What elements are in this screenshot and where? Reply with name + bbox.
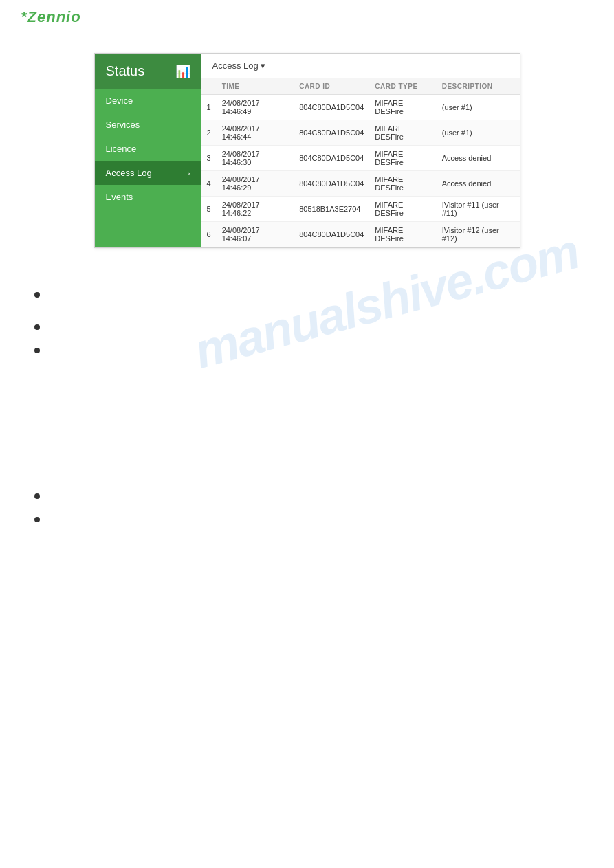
table-header-row: TIME CARD ID CARD TYPE DESCRIPTION bbox=[201, 78, 520, 95]
bullet-section bbox=[21, 289, 593, 522]
content-pane: Access Log ▾ TIME CARD ID CARD TYPE DESC… bbox=[201, 54, 520, 247]
bullet-item-5 bbox=[34, 514, 580, 522]
cell-card-type: MIFARE DESFire bbox=[369, 222, 436, 247]
chart-icon: 📊 bbox=[175, 64, 190, 79]
cell-card-id: 804C80DA1D5C04 bbox=[294, 120, 369, 146]
cell-num: 1 bbox=[201, 95, 217, 120]
cell-time: 24/08/2017 14:46:49 bbox=[217, 95, 294, 120]
content-title: Access Log ▾ bbox=[212, 60, 266, 71]
cell-description: IVisitor #12 (user #12) bbox=[437, 222, 520, 247]
header: *Zennio bbox=[0, 0, 614, 32]
content-title-text: Access Log bbox=[212, 60, 259, 71]
cell-time: 24/08/2017 14:46:22 bbox=[217, 197, 294, 222]
cell-card-type: MIFARE DESFire bbox=[369, 146, 436, 171]
cell-card-id: 804C80DA1D5C04 bbox=[294, 95, 369, 120]
sidebar-item-services[interactable]: Services bbox=[95, 113, 201, 137]
cell-num: 2 bbox=[201, 120, 217, 146]
col-card-id: CARD ID bbox=[294, 78, 369, 95]
sidebar-item-events-label: Events bbox=[106, 192, 133, 202]
cell-time: 24/08/2017 14:46:07 bbox=[217, 222, 294, 247]
cell-num: 3 bbox=[201, 146, 217, 171]
cell-card-id: 80518B1A3E2704 bbox=[294, 197, 369, 222]
bullet-dot-5 bbox=[34, 517, 40, 522]
content-header: Access Log ▾ bbox=[201, 54, 520, 78]
dropdown-arrow-icon[interactable]: ▾ bbox=[261, 60, 265, 71]
cell-description: IVisitor #11 (user #11) bbox=[437, 197, 520, 222]
cell-card-id: 804C80DA1D5C04 bbox=[294, 171, 369, 197]
table-row: 5 24/08/2017 14:46:22 80518B1A3E2704 MIF… bbox=[201, 197, 520, 222]
chevron-right-icon: › bbox=[188, 169, 190, 177]
cell-description: (user #1) bbox=[437, 95, 520, 120]
cell-description: Access denied bbox=[437, 171, 520, 197]
bullet-dot-2 bbox=[34, 324, 40, 330]
bullet-dot-1 bbox=[34, 292, 40, 298]
bullet-item-1 bbox=[34, 289, 580, 298]
cell-card-id: 804C80DA1D5C04 bbox=[294, 222, 369, 247]
cell-time: 24/08/2017 14:46:30 bbox=[217, 146, 294, 171]
logo-text: Zennio bbox=[28, 8, 81, 25]
col-time: TIME bbox=[217, 78, 294, 95]
panel-container: Status 📊 Device Services Licence Access … bbox=[94, 53, 520, 248]
cell-description: Access denied bbox=[437, 146, 520, 171]
table-row: 6 24/08/2017 14:46:07 804C80DA1D5C04 MIF… bbox=[201, 222, 520, 247]
cell-num: 4 bbox=[201, 171, 217, 197]
col-card-type: CARD TYPE bbox=[369, 78, 436, 95]
table-body: 1 24/08/2017 14:46:49 804C80DA1D5C04 MIF… bbox=[201, 95, 520, 247]
access-log-table: TIME CARD ID CARD TYPE DESCRIPTION 1 24/… bbox=[201, 78, 520, 247]
cell-time: 24/08/2017 14:46:29 bbox=[217, 171, 294, 197]
cell-card-type: MIFARE DESFire bbox=[369, 171, 436, 197]
bullet-item-4 bbox=[34, 491, 580, 499]
table-row: 3 24/08/2017 14:46:30 804C80DA1D5C04 MIF… bbox=[201, 146, 520, 171]
cell-time: 24/08/2017 14:46:44 bbox=[217, 120, 294, 146]
sidebar-item-licence[interactable]: Licence bbox=[95, 137, 201, 161]
logo: *Zennio bbox=[21, 8, 593, 26]
sidebar-item-device-label: Device bbox=[106, 96, 133, 106]
cell-description: (user #1) bbox=[437, 120, 520, 146]
sidebar-item-events[interactable]: Events bbox=[95, 185, 201, 209]
table-row: 4 24/08/2017 14:46:29 804C80DA1D5C04 MIF… bbox=[201, 171, 520, 197]
sidebar-item-device[interactable]: Device bbox=[95, 89, 201, 113]
bullet-dot-3 bbox=[34, 348, 40, 353]
bullet-dot-4 bbox=[34, 493, 40, 499]
sidebar-item-licence-label: Licence bbox=[106, 144, 137, 154]
cell-num: 6 bbox=[201, 222, 217, 247]
table-row: 1 24/08/2017 14:46:49 804C80DA1D5C04 MIF… bbox=[201, 95, 520, 120]
col-num bbox=[201, 78, 217, 95]
cell-card-type: MIFARE DESFire bbox=[369, 197, 436, 222]
cell-card-type: MIFARE DESFire bbox=[369, 120, 436, 146]
sidebar-item-access-log[interactable]: Access Log › bbox=[95, 161, 201, 185]
bullet-item-2 bbox=[34, 322, 580, 330]
sidebar-item-access-log-label: Access Log bbox=[106, 168, 152, 178]
cell-num: 5 bbox=[201, 197, 217, 222]
sidebar-title: Status bbox=[106, 63, 145, 79]
sidebar-header: Status 📊 bbox=[95, 54, 201, 89]
sidebar-item-services-label: Services bbox=[106, 120, 140, 130]
table-row: 2 24/08/2017 14:46:44 804C80DA1D5C04 MIF… bbox=[201, 120, 520, 146]
cell-card-type: MIFARE DESFire bbox=[369, 95, 436, 120]
cell-card-id: 804C80DA1D5C04 bbox=[294, 146, 369, 171]
logo-star: * bbox=[21, 8, 28, 25]
sidebar: Status 📊 Device Services Licence Access … bbox=[95, 54, 201, 247]
bullet-item-3 bbox=[34, 345, 580, 353]
main-content: Status 📊 Device Services Licence Access … bbox=[0, 32, 614, 558]
col-description: DESCRIPTION bbox=[437, 78, 520, 95]
footer-line bbox=[0, 854, 614, 854]
